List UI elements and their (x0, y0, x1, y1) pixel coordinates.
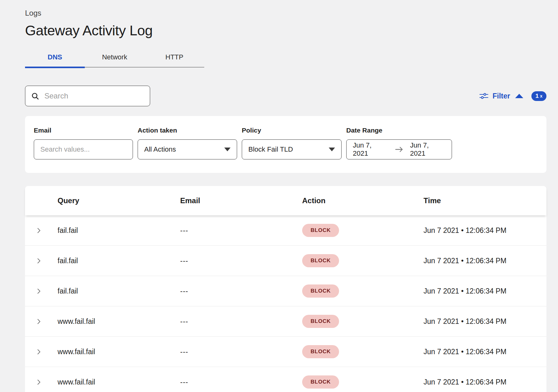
expand-row-button[interactable] (35, 318, 58, 325)
gateway-activity-log-page: Logs Gateway Activity Log DNS Network HT… (0, 0, 558, 392)
column-header-email: Email (180, 196, 302, 205)
tab-network[interactable]: Network (85, 53, 145, 67)
action-taken-label: Action taken (138, 127, 237, 134)
chevron-right-icon (35, 288, 42, 294)
date-range-field[interactable]: Jun 7, 2021 Jun 7, 2021 (346, 139, 452, 159)
search-icon (31, 92, 39, 100)
chevron-right-icon (35, 349, 42, 355)
time-cell: Jun 7 2021 • 12:06:34 PM (424, 287, 546, 295)
filter-group-email: Email (34, 127, 133, 173)
email-cell: --- (180, 257, 302, 265)
expand-row-button[interactable] (35, 288, 58, 294)
search-box[interactable] (25, 86, 150, 106)
date-range-label: Date Range (346, 127, 452, 134)
filter-count-badge[interactable]: 1 x (531, 91, 546, 101)
search-input[interactable] (44, 92, 144, 100)
chevron-right-icon (35, 379, 42, 385)
email-cell: --- (180, 287, 302, 295)
query-cell: www.fail.fail (58, 348, 180, 356)
search-filter-row: Filter 1 x (25, 86, 546, 106)
query-cell: fail.fail (58, 287, 180, 295)
query-cell: fail.fail (58, 226, 180, 235)
filter-group-action-taken: Action taken All Actions (138, 127, 237, 173)
time-cell: Jun 7 2021 • 12:06:34 PM (424, 348, 546, 356)
block-badge: BLOCK (302, 224, 339, 237)
clear-filters-x[interactable]: x (540, 93, 542, 98)
table-row[interactable]: fail.fail --- BLOCK Jun 7 2021 • 12:06:3… (25, 246, 546, 276)
tab-bar: DNS Network HTTP (25, 53, 204, 68)
action-cell: BLOCK (302, 345, 424, 358)
date-range-start[interactable]: Jun 7, 2021 (353, 141, 388, 158)
query-cell: www.fail.fail (58, 378, 180, 386)
email-cell: --- (180, 378, 302, 386)
table-body: fail.fail --- BLOCK Jun 7 2021 • 12:06:3… (25, 215, 546, 392)
policy-label: Policy (242, 127, 342, 134)
email-filter-field[interactable] (34, 139, 133, 159)
filter-sliders-icon (479, 92, 488, 100)
table-row[interactable]: fail.fail --- BLOCK Jun 7 2021 • 12:06:3… (25, 215, 546, 246)
arrow-right-icon (395, 147, 403, 152)
chevron-down-icon (329, 148, 335, 151)
action-cell: BLOCK (302, 224, 424, 237)
time-cell: Jun 7 2021 • 12:06:34 PM (424, 257, 546, 265)
policy-value: Block Fail TLD (248, 145, 293, 153)
filter-group-policy: Policy Block Fail TLD (242, 127, 342, 173)
chevron-down-icon (224, 148, 231, 151)
time-cell: Jun 7 2021 • 12:06:34 PM (424, 226, 546, 235)
email-filter-label: Email (34, 127, 133, 134)
chevron-right-icon (35, 318, 42, 325)
expand-row-button[interactable] (35, 258, 58, 264)
date-range-end[interactable]: Jun 7, 2021 (410, 141, 445, 158)
activity-log-table: Query Email Action Time fail.fail --- BL… (25, 186, 546, 392)
filter-label: Filter (493, 92, 510, 100)
table-header-row: Query Email Action Time (25, 186, 546, 215)
chevron-right-icon (35, 258, 42, 264)
expand-row-button[interactable] (35, 379, 58, 385)
email-filter-input[interactable] (40, 145, 126, 153)
table-row[interactable]: fail.fail --- BLOCK Jun 7 2021 • 12:06:3… (25, 276, 546, 306)
table-row[interactable]: www.fail.fail --- BLOCK Jun 7 2021 • 12:… (25, 367, 546, 392)
chevron-right-icon (35, 227, 42, 234)
filter-group-date-range: Date Range Jun 7, 2021 Jun 7, 2021 (346, 127, 452, 173)
filter-count: 1 (535, 93, 539, 99)
collapse-arrow-icon[interactable] (515, 94, 523, 98)
block-badge: BLOCK (302, 254, 339, 267)
action-cell: BLOCK (302, 254, 424, 267)
tab-dns[interactable]: DNS (25, 53, 85, 67)
query-cell: www.fail.fail (58, 317, 180, 326)
table-row[interactable]: www.fail.fail --- BLOCK Jun 7 2021 • 12:… (25, 337, 546, 367)
filter-panel: Email Action taken All Actions Policy Bl… (25, 116, 546, 173)
block-badge: BLOCK (302, 284, 339, 298)
expand-row-button[interactable] (35, 227, 58, 234)
filter-toggle[interactable]: Filter 1 x (479, 91, 546, 101)
table-row[interactable]: www.fail.fail --- BLOCK Jun 7 2021 • 12:… (25, 306, 546, 337)
email-cell: --- (180, 226, 302, 235)
email-cell: --- (180, 317, 302, 326)
expand-row-button[interactable] (35, 349, 58, 355)
block-badge: BLOCK (302, 315, 339, 328)
policy-select[interactable]: Block Fail TLD (242, 139, 342, 159)
active-tab-indicator (25, 67, 85, 68)
column-header-action: Action (302, 196, 424, 205)
tab-http[interactable]: HTTP (145, 53, 204, 67)
action-taken-value: All Actions (144, 145, 176, 153)
action-cell: BLOCK (302, 375, 424, 389)
breadcrumb[interactable]: Logs (25, 9, 546, 18)
time-cell: Jun 7 2021 • 12:06:34 PM (424, 317, 546, 326)
query-cell: fail.fail (58, 257, 180, 265)
action-cell: BLOCK (302, 315, 424, 328)
action-taken-select[interactable]: All Actions (138, 139, 237, 159)
email-cell: --- (180, 348, 302, 356)
time-cell: Jun 7 2021 • 12:06:34 PM (424, 378, 546, 386)
page-title: Gateway Activity Log (25, 23, 546, 39)
block-badge: BLOCK (302, 345, 339, 358)
action-cell: BLOCK (302, 284, 424, 298)
block-badge: BLOCK (302, 375, 339, 389)
column-header-query: Query (58, 196, 180, 205)
column-header-time: Time (424, 196, 546, 205)
